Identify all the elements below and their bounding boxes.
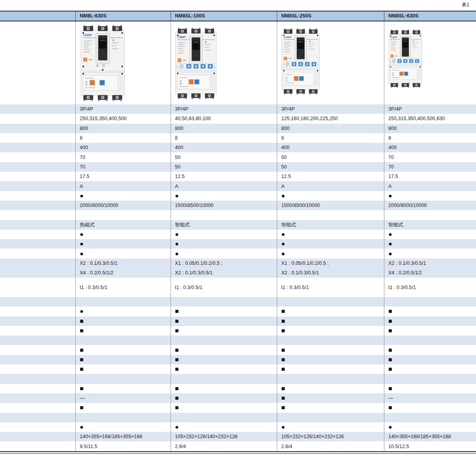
spec-value: 70 [388,153,476,162]
dash-symbol: — [80,394,171,402]
spec-label-cell [0,393,75,403]
spec-cell: ■ [75,384,171,393]
spec-cell: 2.6/4 [277,441,384,451]
spec-cell: ● [384,230,476,239]
spec-cell [277,374,384,383]
spec-cell [384,335,476,345]
spec-cell: ■ [277,403,384,412]
square-symbol: ■ [281,394,384,402]
spec-cell: ■ [171,403,277,412]
square-symbol: ■ [388,356,476,364]
spec-value: t1 : 0.3/0.5/1 [388,283,476,292]
column-header-nm8sl-630s: NM8SL-630S [384,11,476,21]
square-symbol: ■ [175,346,277,354]
spec-label-cell [0,220,75,230]
spec-cell: ■ [75,345,171,355]
spec-cell: ■ [171,345,277,355]
spec-value: 800 [175,124,277,133]
spec-cell [75,413,171,422]
spec-label-cell [0,259,75,278]
spec-value: 400 [281,143,384,152]
product-image-nm8sl-250s: CHINT [277,21,384,104]
square-symbol: ■ [281,346,384,354]
spec-cell: ● [384,249,476,258]
spec-cell: t1 : 0.3/0.5/1 [171,278,277,297]
breaker-illustration: CHINT [281,25,321,98]
header-empty-cell [0,11,75,21]
dot-symbol: ● [388,192,476,200]
spec-value: 8 [388,133,476,143]
spec-value: 12.5 [175,172,277,181]
spec-row: ●●●● [0,191,476,201]
spec-cell: 400 [384,143,476,152]
spec-value: 3P/4P [281,104,384,114]
breaker-illustration: CHINT [175,25,217,102]
dot-symbol: ● [281,230,384,238]
spec-cell: 400 [75,143,171,152]
square-symbol: ■ [175,385,277,393]
spec-value: 250,315,350,400,500,630 [388,114,476,123]
product-image-nm8sl-100s: CHINT [171,21,277,104]
dot-symbol: ● [388,240,476,248]
spec-row: AAAA [0,181,476,191]
square-symbol: ■ [175,356,277,364]
spec-value: X1 : 0.05/0.1/0.2/0.5 ; [175,259,277,268]
spec-label-cell [0,422,75,432]
product-image-nm8sl-630s: CHINT [384,21,476,104]
spec-row: 3P/4P3P/4P3P/4P3P/4P [0,104,476,114]
dot-symbol: ● [281,250,384,258]
spec-cell: ■ [277,326,384,335]
dot-symbol: ● [80,250,171,258]
spec-cell: ● [384,239,476,249]
spec-cell: 12.5 [171,172,277,181]
spec-row: ■■■■ [0,364,476,374]
spec-cell [75,297,171,307]
dot-symbol: ● [281,192,384,200]
spec-cell: 400 [277,143,384,152]
square-symbol: ■ [80,385,171,393]
table-bottom-border [0,451,476,452]
table-header-row: NM8L-630S NM8SL-100S NM8SL-250S NM8SL-63… [0,11,476,21]
spec-value: 2000/8000/10000 [388,201,476,210]
dot-symbol: ● [80,192,171,200]
spec-cell: 1500/8500/10000 [171,201,277,210]
dot-symbol: ● [175,230,277,238]
spec-cell: ■ [75,326,171,335]
spec-cell: ■ [75,364,171,374]
spec-value: 10.5/12.5 [388,442,476,451]
spec-cell: A [171,181,277,191]
spec-cell [171,374,277,383]
spec-value: 140×355×168/185×355×168 [388,432,476,441]
svg-text:CHINT: CHINT [178,36,186,38]
spec-row: ■■■■ [0,316,476,326]
spec-label-cell [0,413,75,422]
square-symbol: ■ [80,317,171,325]
product-image-row: CHINT CH [0,21,476,104]
spec-label-cell [0,230,75,239]
spec-cell: ■ [171,326,277,335]
spec-row: X2 : 0.1/0.3/0.5/1X4 : 0.2/0.5/1/2X1 : 0… [0,259,476,278]
spec-row: 9.5/11.52.6/42.6/410.5/12.5 [0,441,476,451]
spec-value: 400 [80,143,171,152]
spec-label-cell [0,191,75,201]
spec-row: 250,315,350,400,50040,50,63,80,100125,16… [0,114,476,123]
spec-value: 70 [80,153,171,162]
spec-cell [75,335,171,345]
spec-value: 3P/4P [175,104,277,114]
square-symbol: ■ [281,356,384,364]
spec-cell: ● [75,191,171,201]
spec-value: 125,160,180,200,225,250 [281,114,384,123]
spec-cell: ■ [75,316,171,326]
spec-cell: 3P/4P [384,104,476,114]
spec-cell: ■ [171,307,277,316]
spec-cell: 50 [171,162,277,172]
spec-cell [384,413,476,422]
spec-cell: ■ [384,345,476,355]
spec-cell: 10.5/12.5 [384,441,476,451]
spec-row: 400400400400 [0,143,476,152]
spec-cell: ● [171,422,277,432]
spec-cell: 70 [75,152,171,162]
spec-cell: 70 [384,162,476,172]
spec-cell: 12.5 [277,172,384,181]
product-image-nm8l-630s: CHINT [75,21,171,104]
